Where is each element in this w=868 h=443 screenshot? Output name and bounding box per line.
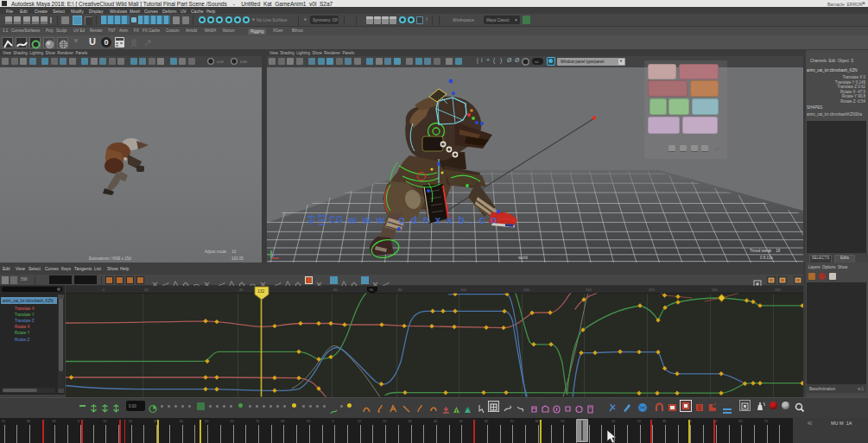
svg-text:96: 96 (370, 288, 374, 292)
svg-text:132: 132 (257, 288, 265, 294)
svg-text:CG: CG (329, 214, 344, 225)
